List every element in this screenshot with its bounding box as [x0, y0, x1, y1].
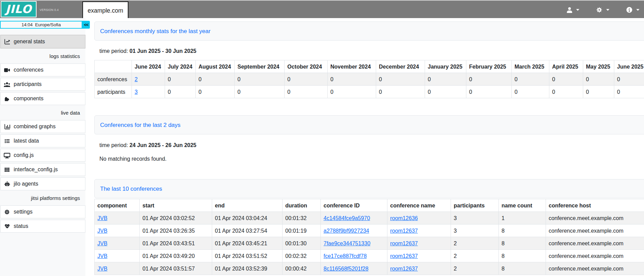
- time-display-text: 14:04 Europe/Sofia: [22, 22, 61, 27]
- table-cell: JVB: [95, 262, 140, 275]
- column-header: May 2025: [583, 60, 614, 73]
- version-label: VERSION 0.4: [40, 8, 59, 12]
- sidebar-item-components[interactable]: components: [0, 92, 85, 105]
- main-content: Conferences monthly stats for the last y…: [94, 18, 644, 276]
- info-icon: [626, 7, 632, 13]
- table-cell: 01 Apr 2024 03:51:52: [212, 250, 283, 262]
- table-link[interactable]: 7fae9ce344751330: [324, 241, 370, 246]
- table-link[interactable]: 4c14584fce9a5970: [324, 215, 370, 221]
- table-link[interactable]: JVB: [97, 253, 107, 259]
- top-bar: JILO VERSION 0.4 example.com: [0, 0, 644, 18]
- table-cell: 0: [512, 73, 549, 86]
- table-cell: 0: [466, 86, 512, 98]
- table-row: JVB01 Apr 2024 03:43:5101 Apr 2024 03:45…: [95, 237, 644, 250]
- section-title-link[interactable]: Conferences monthly stats for the last y…: [100, 28, 210, 34]
- section-last-10-conferences: The last 10 conferences componentstarten…: [94, 179, 644, 275]
- table-cell: participants: [95, 86, 132, 98]
- time-period-value: 01 Jun 2025 - 30 Jun 2025: [129, 48, 196, 54]
- table-cell: 4c14584fce9a5970: [321, 212, 387, 224]
- sidebar-item-combined-graphs[interactable]: combined graphs: [0, 120, 85, 133]
- table-cell: 8c116568f5201f28: [321, 262, 387, 275]
- sidebar-section-live-data: live data: [0, 106, 85, 120]
- sidebar-item-label: conferences: [14, 67, 43, 73]
- app-logo-text: JILO: [5, 2, 31, 16]
- sidebar-item-general-stats[interactable]: general stats: [0, 35, 85, 48]
- table-link[interactable]: 2: [135, 76, 138, 82]
- chart-column-icon: [4, 124, 10, 130]
- table-cell: 0: [235, 73, 285, 86]
- table-link[interactable]: a2788f9bf9927234: [324, 228, 369, 234]
- table-cell: 0: [235, 86, 285, 98]
- table-link[interactable]: 3: [135, 89, 138, 95]
- table-link[interactable]: room12636: [390, 215, 418, 221]
- time-display: 14:04 Europe/Sofia: [0, 21, 82, 29]
- sidebar-item-participants[interactable]: participants: [0, 78, 85, 91]
- table-cell: 0: [512, 86, 549, 98]
- chevron-down-icon: [576, 9, 579, 11]
- table-link[interactable]: 8c116568f5201f28: [324, 266, 368, 272]
- column-header: conference name: [387, 199, 451, 212]
- table-link[interactable]: fce17ce887fcdf78: [324, 253, 367, 259]
- column-header: name count: [499, 199, 546, 212]
- sidebar-item-label: components: [14, 96, 43, 102]
- chevron-down-icon: [636, 9, 640, 11]
- sidebar-item-label: status: [14, 223, 28, 229]
- section-header-last-10-conferences: The last 10 conferences: [94, 179, 644, 198]
- table-row: JVB01 Apr 2024 03:26:3501 Apr 2024 03:27…: [95, 224, 644, 237]
- table-cell: 2: [451, 262, 499, 275]
- sidebar: 14:04 Europe/Sofia << general stats logs…: [0, 18, 85, 276]
- section-body: time period: 24 Jun 2025 - 26 Jun 2025 N…: [94, 142, 644, 162]
- table-cell: conference.meet.example.com: [546, 237, 644, 250]
- table-link[interactable]: room12637: [390, 228, 418, 234]
- section-body: time period: 01 Jun 2025 - 30 Jun 2025 J…: [94, 47, 644, 98]
- sidebar-item-jilo-agents[interactable]: jilo agents: [0, 177, 85, 190]
- gear-icon: [4, 209, 10, 215]
- table-cell: 3: [451, 212, 499, 224]
- table-link[interactable]: JVB: [97, 266, 107, 272]
- table-link[interactable]: JVB: [97, 241, 107, 246]
- table-cell: JVB: [95, 224, 140, 237]
- table-cell: conferences: [95, 73, 132, 86]
- gear-icon: [596, 7, 602, 13]
- section-header-monthly-stats: Conferences monthly stats for the last y…: [94, 21, 644, 41]
- table-cell: 0: [614, 73, 644, 86]
- monthly-stats-table: June 2024July 2024August 2024September 2…: [94, 60, 644, 98]
- sidebar-section-logs-statistics: logs statistics: [0, 50, 85, 63]
- sidebar-item-latest-data[interactable]: latest data: [0, 134, 85, 147]
- sidebar-item-label: latest data: [14, 138, 39, 144]
- sidebar-item-interface-config-js[interactable]: interface_config.js: [0, 163, 85, 176]
- table-cell: 2: [132, 73, 165, 86]
- section-title-link[interactable]: Conferences for the last 2 days: [100, 122, 180, 128]
- table-cell: 00:01:30: [283, 237, 321, 250]
- table-cell: 0: [549, 86, 583, 98]
- section-title-link[interactable]: The last 10 conferences: [100, 186, 162, 192]
- info-menu[interactable]: [626, 1, 640, 19]
- sidebar-section-jitsi-platforms-settings: jitsi platforms settings: [0, 192, 85, 205]
- platform-tab-example-com[interactable]: example.com: [82, 1, 128, 18]
- section-header-last-2-days: Conferences for the last 2 days: [94, 115, 644, 134]
- time-period-label: time period:: [99, 142, 128, 148]
- table-cell: 01 Apr 2024 03:04:24: [212, 212, 283, 224]
- table-cell: 8: [499, 237, 546, 250]
- puzzle-piece-icon: [4, 96, 10, 102]
- table-link[interactable]: JVB: [97, 228, 107, 234]
- sidebar-item-conferences[interactable]: conferences: [0, 63, 85, 76]
- sidebar-item-config-js[interactable]: config.js: [0, 149, 85, 162]
- table-link[interactable]: room12637: [390, 266, 418, 272]
- table-cell: room12636: [387, 212, 451, 224]
- user-menu[interactable]: [567, 1, 579, 19]
- sidebar-collapse-button[interactable]: <<: [82, 21, 90, 29]
- sidebar-item-settings[interactable]: settings: [0, 205, 85, 218]
- table-link[interactable]: room12637: [390, 253, 418, 259]
- table-link[interactable]: room12637: [390, 241, 418, 246]
- settings-menu[interactable]: [596, 1, 609, 19]
- table-cell: 8: [499, 250, 546, 262]
- table-cell: 0: [328, 86, 376, 98]
- table-link[interactable]: JVB: [97, 215, 107, 221]
- table-cell: 0: [165, 73, 196, 86]
- table-cell: fce17ce887fcdf78: [321, 250, 387, 262]
- sidebar-item-status[interactable]: status: [0, 220, 85, 233]
- table-cell: 0: [583, 86, 614, 98]
- column-header: March 2025: [512, 60, 549, 73]
- table-header-row: June 2024July 2024August 2024September 2…: [95, 60, 644, 73]
